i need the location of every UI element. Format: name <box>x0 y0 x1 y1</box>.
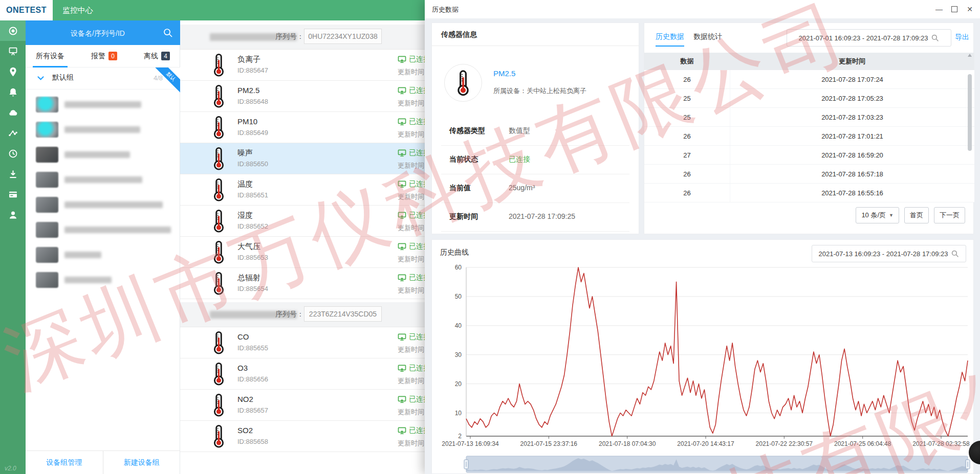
table-row: 252021-07-28 17:03:23 <box>644 108 974 127</box>
sensor-row-总辐射[interactable]: 总辐射ID:885654已连接更新时间 <box>180 268 425 299</box>
info-label: 当前值 <box>449 184 471 193</box>
owning-device-line: 所属设备：关中站上松苑负离子 <box>493 86 586 96</box>
caret-down-icon: ▼ <box>889 213 894 218</box>
sidebar-item-location-pin[interactable] <box>0 61 26 82</box>
sensor-row-CO[interactable]: COID:885655已连接更新时间 <box>180 327 425 358</box>
sidebar-item-alarm-bell[interactable] <box>0 82 26 102</box>
scrollbar-thumb[interactable] <box>968 74 972 151</box>
device-tab-1[interactable]: 报警0 <box>91 45 117 67</box>
sensor-row-SO2[interactable]: SO2ID:885658已连接更新时间 <box>180 421 425 452</box>
app-version: v2.0 <box>5 465 16 472</box>
data-nodes-icon <box>8 128 18 139</box>
new-group-button[interactable]: 新建设备组 <box>103 451 181 474</box>
maximize-icon[interactable] <box>950 5 959 13</box>
monitor-target-icon <box>8 26 18 36</box>
device-list-item[interactable] <box>26 117 180 142</box>
card-list-icon <box>8 189 18 200</box>
connected-monitor-icon <box>398 365 406 372</box>
scroll-up-icon[interactable] <box>968 54 972 57</box>
page-size-select[interactable]: 10 条/页▼ <box>856 207 899 223</box>
device-search-bar[interactable] <box>26 20 180 45</box>
sensor-row-PM2.5[interactable]: PM2.5ID:885648已连接更新时间 <box>180 81 425 112</box>
sidebar-item-screen-board[interactable] <box>0 41 26 61</box>
sensor-name: 负离子 <box>237 55 260 64</box>
table-row: 262021-07-28 17:07:24 <box>644 70 974 89</box>
sensor-row-湿度[interactable]: 湿度ID:885652已连接更新时间 <box>180 206 425 237</box>
thermometer-icon <box>212 209 226 233</box>
onetest-logo: ONETEST <box>0 0 53 20</box>
export-button[interactable]: 导出 <box>955 33 969 42</box>
col-data: 数据 <box>644 57 730 66</box>
sidebar-item-download[interactable] <box>0 164 26 184</box>
sidebar-item-monitor-target[interactable] <box>0 20 26 41</box>
device-list-item[interactable] <box>26 142 180 167</box>
connected-monitor-icon <box>398 118 406 126</box>
thermometer-icon <box>212 116 226 139</box>
thermometer-icon <box>212 362 226 386</box>
alarm-bell-icon <box>8 87 18 98</box>
sidebar-item-clock-history[interactable] <box>0 143 26 164</box>
connected-monitor-icon <box>398 427 406 435</box>
table-date-range-picker[interactable]: 2021-07-01 16:09:23 - 2021-07-28 17:09:2… <box>787 29 951 47</box>
sensor-name: SO2 <box>237 426 253 435</box>
device-list-item[interactable] <box>26 92 180 117</box>
sidebar-item-data-nodes[interactable] <box>0 123 26 143</box>
sidebar-item-user[interactable] <box>0 205 26 225</box>
sidebar-item-card-list[interactable] <box>0 184 26 205</box>
close-icon[interactable]: ✕ <box>966 5 974 13</box>
device-group-row[interactable]: 默认组 4/8 默认 <box>26 67 180 89</box>
download-icon <box>8 169 18 179</box>
blurred-device-name <box>64 176 142 183</box>
serial-label: 序列号： <box>275 310 304 319</box>
next-page-button[interactable]: 下一页 <box>934 207 965 223</box>
sensor-row-PM10[interactable]: PM10ID:885649已连接更新时间 <box>180 112 425 143</box>
connected-monitor-icon <box>398 274 406 282</box>
minimize-icon[interactable]: — <box>935 5 943 13</box>
history-tab-1[interactable]: 数据统计 <box>693 32 722 47</box>
device-list-item[interactable] <box>26 167 180 192</box>
sensor-row-O3[interactable]: O3ID:885656已连接更新时间 <box>180 358 425 390</box>
thermometer-icon <box>212 84 226 108</box>
device-list-item[interactable] <box>26 192 180 217</box>
device-list-item[interactable] <box>26 217 180 242</box>
sensor-id: ID:885647 <box>237 66 268 74</box>
chevron-down-icon[interactable] <box>37 76 45 81</box>
history-table: 数据更新时间262021-07-28 17:07:24252021-07-28 … <box>644 53 974 202</box>
tab-badge: 0 <box>108 52 117 60</box>
device-tab-2[interactable]: 离线4 <box>144 45 170 67</box>
serial-number: 223T6Z214V35CD05 <box>304 306 382 322</box>
curve-date-range-picker[interactable]: 2021-07-13 16:09:23 - 2021-07-28 17:09:2… <box>812 245 966 262</box>
device-thumbnail <box>36 172 58 188</box>
blurred-device-name <box>64 252 101 258</box>
device-list-item[interactable] <box>26 267 180 292</box>
history-tab-0[interactable]: 历史数据 <box>656 32 684 47</box>
table-header: 数据更新时间 <box>644 53 974 70</box>
connected-monitor-icon <box>398 180 406 188</box>
sensor-status: 已连接更新时间 <box>398 273 425 295</box>
sensor-row-噪声[interactable]: 噪声ID:885650已连接更新时间 <box>180 143 425 174</box>
thermometer-icon <box>455 70 471 96</box>
table-scrollbar[interactable] <box>968 54 972 198</box>
search-icon[interactable] <box>163 28 173 38</box>
first-page-button[interactable]: 首页 <box>904 207 929 223</box>
sensor-row-负离子[interactable]: 负离子ID:885647已连接更新时间 <box>180 50 425 81</box>
sensor-row-NO2[interactable]: NO2ID:885657已连接更新时间 <box>180 390 425 421</box>
sensor-row-温度[interactable]: 温度ID:885651已连接更新时间 <box>180 174 425 206</box>
sensor-name: CO <box>237 332 249 341</box>
sensor-name: 湿度 <box>237 211 253 220</box>
search-input[interactable] <box>38 20 158 46</box>
tab-badge: 4 <box>161 52 170 60</box>
history-line-chart[interactable]: 60504030201022021-07-13 16:09:342021-07-… <box>432 240 974 474</box>
sensor-name-link[interactable]: PM2.5 <box>493 69 515 78</box>
device-list-item[interactable] <box>26 242 180 267</box>
group-online-count: 4/8 <box>154 74 163 82</box>
connected-monitor-icon <box>398 212 406 219</box>
sensor-row-大气压[interactable]: 大气压ID:885653已连接更新时间 <box>180 237 425 268</box>
sensor-name: 大气压 <box>237 242 260 252</box>
svg-text:2021-07-15 23:37:16: 2021-07-15 23:37:16 <box>520 440 578 447</box>
manage-groups-button[interactable]: 设备组管理 <box>26 451 103 474</box>
sidebar-item-cloud[interactable] <box>0 102 26 123</box>
info-row: 传感器类型数值型 <box>441 117 629 146</box>
page-title: 监控中心 <box>62 0 93 20</box>
device-tab-0[interactable]: 所有设备 <box>36 45 64 67</box>
